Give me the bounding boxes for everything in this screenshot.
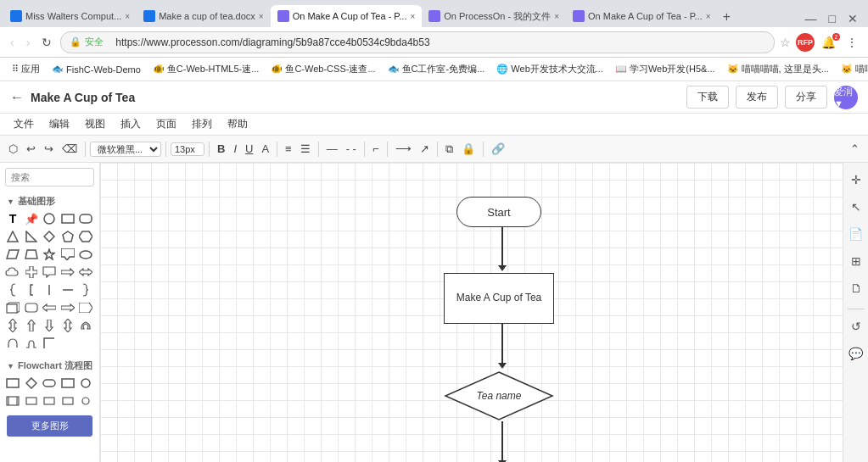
shape-star[interactable]	[42, 247, 57, 262]
bookmark-cat2[interactable]: 🐱 喵喵喵喵('·'つ⌒...	[836, 61, 868, 77]
close-window-button[interactable]: ✕	[844, 10, 861, 27]
minimize-button[interactable]: —	[802, 10, 820, 27]
shape-cross[interactable]	[24, 264, 39, 280]
shape-arrow-left[interactable]	[42, 300, 57, 315]
rs-undo-button[interactable]: ↺	[846, 316, 866, 337]
tab-2-close[interactable]: ×	[259, 12, 264, 21]
rs-chat-button[interactable]: 💬	[846, 343, 866, 364]
menu-edit[interactable]: 编辑	[42, 115, 76, 133]
shape-double-arrow[interactable]	[78, 264, 93, 280]
shape-hexagon[interactable]	[78, 229, 93, 244]
underline-button[interactable]: U	[242, 141, 256, 157]
profile-avatar[interactable]: RFP	[796, 33, 815, 52]
toolbar-delete[interactable]: ⌫	[59, 141, 81, 157]
tab-5-close[interactable]: ×	[706, 12, 711, 21]
shape-down-arrow[interactable]	[42, 318, 57, 333]
menu-view[interactable]: 视图	[78, 115, 112, 133]
shape-rounded-rect2[interactable]	[24, 300, 39, 315]
toolbar-select[interactable]: ⬡	[5, 141, 21, 157]
fc-rect2[interactable]	[5, 393, 20, 409]
back-button[interactable]: ‹	[7, 34, 18, 51]
link-button[interactable]: 🔗	[488, 141, 508, 157]
user-avatar[interactable]: 爱润▼	[834, 86, 858, 109]
tab-4-close[interactable]: ×	[554, 12, 559, 21]
bookmark-cat1[interactable]: 🐱 喵喵喵喵, 这里是头...	[722, 61, 834, 77]
fc-small-rect2[interactable]	[42, 393, 57, 409]
diamond-shape[interactable]: Tea name	[444, 370, 554, 421]
menu-insert[interactable]: 插入	[114, 115, 148, 133]
shape-speech-bubble[interactable]	[42, 264, 57, 280]
refresh-button[interactable]: ↻	[38, 34, 55, 51]
shape-pentagon[interactable]	[60, 229, 76, 244]
tab-3-close[interactable]: ×	[410, 12, 415, 21]
toolbar-undo[interactable]: ↩	[23, 141, 39, 157]
bookmark-web-dev[interactable]: 🌐 Web开发技术大交流...	[491, 61, 608, 77]
shape-sticky[interactable]: 📌	[24, 211, 39, 226]
shape-arrow-right[interactable]	[60, 300, 76, 315]
bookmark-fishc-demo[interactable]: 🐟 FishC-Web-Demo	[47, 62, 146, 76]
shape-corner[interactable]	[42, 336, 57, 351]
shape-rectangle-3d[interactable]	[5, 300, 20, 315]
font-size-input[interactable]	[171, 142, 204, 156]
share-button[interactable]: 分享	[785, 86, 827, 109]
lock-button[interactable]: 🔒	[458, 141, 479, 157]
align-left-button[interactable]: ≡	[282, 141, 295, 157]
menu-arrange[interactable]: 排列	[185, 115, 219, 133]
menu-file[interactable]: 文件	[7, 115, 41, 133]
connector-button[interactable]: ⟶	[392, 141, 415, 157]
shape-triangle[interactable]	[5, 229, 20, 244]
shape-callout-down[interactable]	[60, 247, 76, 262]
tab-5[interactable]: On Make A Cup of Tea - P... ×	[566, 5, 718, 27]
rs-pointer-button[interactable]: ↖	[846, 197, 866, 217]
fc-small-rect[interactable]	[24, 393, 39, 409]
fc-small-rect3[interactable]	[60, 393, 76, 409]
shape-right-triangle[interactable]	[24, 229, 39, 244]
settings-button[interactable]: ⋮	[843, 34, 861, 51]
tab-4[interactable]: On ProcessOn - 我的文件 ×	[422, 5, 566, 27]
menu-help[interactable]: 帮助	[221, 115, 255, 133]
search-input[interactable]	[11, 172, 100, 182]
bookmark-apps[interactable]: ⠿ 应用	[7, 61, 45, 77]
collapse-toolbar-button[interactable]: ⌃	[847, 141, 863, 157]
shape-corner-button[interactable]: ⌐	[369, 141, 383, 157]
bookmark-fishc-work[interactable]: 🐟 鱼C工作室-免费编...	[383, 61, 490, 77]
shape-double-v-arrow[interactable]	[60, 318, 76, 333]
canvas-area[interactable]: Start Make A Cup of Tea	[100, 163, 843, 462]
bookmark-star-button[interactable]: ☆	[780, 36, 791, 49]
tab-2[interactable]: Make a cup of tea.docx ×	[137, 5, 271, 27]
font-select[interactable]: 微软雅黑...	[90, 142, 161, 157]
address-input[interactable]	[107, 34, 765, 51]
shape-bracket-left[interactable]	[24, 282, 39, 298]
line-type-button[interactable]: - -	[343, 141, 360, 157]
toolbar-redo[interactable]: ↪	[41, 141, 57, 157]
search-box[interactable]: 🔍	[5, 168, 94, 186]
fc-process[interactable]	[5, 376, 20, 391]
shape-arch[interactable]	[5, 336, 20, 351]
publish-button[interactable]: 发布	[736, 86, 778, 109]
fc-rect[interactable]	[60, 376, 76, 391]
shape-arch2[interactable]	[24, 336, 39, 351]
color-button[interactable]: A	[258, 141, 272, 157]
new-tab-button[interactable]: +	[718, 7, 736, 27]
menu-page[interactable]: 页面	[149, 115, 183, 133]
start-shape[interactable]: Start	[456, 197, 541, 227]
process-shape[interactable]: Make A Cup of Tea	[444, 273, 554, 324]
shape-curly-brace-right[interactable]	[78, 282, 93, 298]
shape-line-h[interactable]	[60, 282, 76, 298]
bookmark-fishc-css[interactable]: 🐠 鱼C-Web-CSS-速查...	[266, 61, 380, 77]
line-style-button[interactable]: —	[323, 141, 341, 157]
fc-small-circle[interactable]	[78, 393, 93, 409]
shape-arrow-right2[interactable]	[60, 264, 76, 280]
shape-omega[interactable]	[78, 318, 93, 333]
italic-button[interactable]: I	[230, 141, 240, 157]
download-button[interactable]: 下载	[686, 86, 729, 109]
shape-cloud[interactable]	[5, 264, 20, 280]
rs-page-button[interactable]: 📄	[846, 224, 866, 244]
bookmark-fishc-html5[interactable]: 🐠 鱼C-Web-HTML5-速...	[148, 61, 265, 77]
shape-ellipse[interactable]	[78, 247, 93, 262]
bookmark-learn-web[interactable]: 📖 学习Web开发(H5&...	[610, 61, 720, 77]
shape-up-down-arrow[interactable]	[5, 318, 20, 333]
align-center-button[interactable]: ☰	[297, 141, 314, 157]
tab-1-close[interactable]: ×	[125, 12, 130, 21]
more-shapes-button[interactable]: 更多图形	[7, 415, 92, 437]
